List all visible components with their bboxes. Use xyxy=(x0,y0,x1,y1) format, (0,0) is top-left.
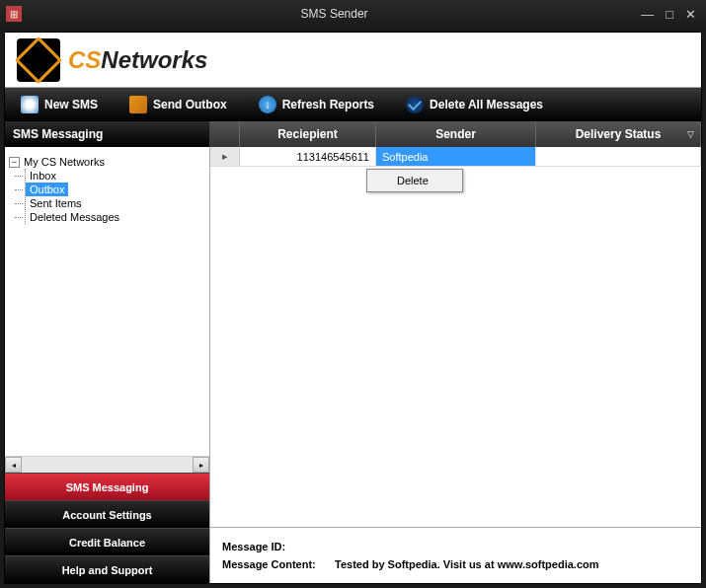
column-headers: SMS Messaging Reciepient Sender Delivery… xyxy=(5,121,701,147)
scroll-right-icon[interactable]: ▸ xyxy=(193,457,209,473)
tree-item-outbox[interactable]: Outbox xyxy=(26,183,68,196)
app-window: SMS Sender — □ ✕ CS Networks New SMS Sen… xyxy=(0,0,706,588)
maximize-button[interactable]: □ xyxy=(666,7,673,22)
nav-buttons: SMS Messaging Account Settings Credit Ba… xyxy=(5,473,209,583)
tree-item-sent[interactable]: Sent Items xyxy=(26,196,205,210)
context-menu: Delete xyxy=(366,169,463,192)
toolbar: New SMS Send Outbox Refresh Reports Dele… xyxy=(5,88,701,121)
nav-sms-messaging[interactable]: SMS Messaging xyxy=(5,473,209,500)
delivery-header[interactable]: Delivery Status ▽ xyxy=(536,121,701,147)
tree-item-inbox[interactable]: Inbox xyxy=(26,169,205,183)
main-panel: ▸ 113146545611 Softpedia Delete Message … xyxy=(210,147,701,583)
tree-item-deleted[interactable]: Deleted Messages xyxy=(26,210,205,224)
logo-bar: CS Networks xyxy=(5,33,701,88)
cell-recipient[interactable]: 113146545611 xyxy=(240,147,376,166)
tree-collapse-icon[interactable]: − xyxy=(9,157,20,168)
tree-root-label: My CS Networks xyxy=(24,156,105,168)
context-delete[interactable]: Delete xyxy=(369,172,460,189)
body-row: − My CS Networks Inbox Outbox Sent Items… xyxy=(5,147,701,583)
filter-arrow-icon[interactable]: ▽ xyxy=(687,129,694,139)
cell-sender[interactable]: Softpedia xyxy=(376,147,536,166)
delete-all-icon xyxy=(406,96,424,113)
app-icon xyxy=(6,6,22,22)
refresh-reports-button[interactable]: Refresh Reports xyxy=(243,88,390,121)
logo-text-networks: Networks xyxy=(101,46,207,74)
new-sms-icon xyxy=(21,96,39,113)
send-outbox-icon xyxy=(129,96,147,113)
logo-icon xyxy=(17,38,60,82)
send-outbox-label: Send Outbox xyxy=(153,98,227,111)
folder-tree: − My CS Networks Inbox Outbox Sent Items… xyxy=(5,147,209,456)
send-outbox-button[interactable]: Send Outbox xyxy=(114,88,243,121)
recipient-header[interactable]: Reciepient xyxy=(240,121,376,147)
delete-all-button[interactable]: Delete All Messages xyxy=(390,88,559,121)
sidebar: − My CS Networks Inbox Outbox Sent Items… xyxy=(5,147,210,583)
nav-help-support[interactable]: Help and Support xyxy=(5,555,209,583)
titlebar[interactable]: SMS Sender — □ ✕ xyxy=(0,0,706,28)
scroll-track[interactable] xyxy=(22,457,193,473)
sidebar-scrollbar[interactable]: ◂ ▸ xyxy=(5,456,209,473)
row-marker-header[interactable] xyxy=(210,121,240,147)
content-area: CS Networks New SMS Send Outbox Refresh … xyxy=(4,32,702,584)
new-sms-button[interactable]: New SMS xyxy=(5,88,114,121)
nav-account-settings[interactable]: Account Settings xyxy=(5,500,209,528)
details-panel: Message ID: Message Content: Tested by S… xyxy=(210,527,701,583)
message-grid: ▸ 113146545611 Softpedia Delete xyxy=(210,147,701,527)
minimize-button[interactable]: — xyxy=(641,7,654,22)
sidebar-header: SMS Messaging xyxy=(5,121,210,147)
delete-all-label: Delete All Messages xyxy=(430,98,543,111)
row-marker-icon: ▸ xyxy=(210,147,240,166)
sender-header[interactable]: Sender xyxy=(376,121,536,147)
window-title: SMS Sender xyxy=(28,7,641,21)
nav-credit-balance[interactable]: Credit Balance xyxy=(5,528,209,555)
message-content-label: Message Content: xyxy=(222,558,335,570)
delivery-header-label: Delivery Status xyxy=(576,127,662,141)
message-content-value: Tested by Softpedia. Visit us at www.sof… xyxy=(335,558,599,570)
refresh-reports-label: Refresh Reports xyxy=(282,98,374,111)
cell-delivery[interactable] xyxy=(536,147,701,166)
message-id-label: Message ID: xyxy=(222,541,335,552)
scroll-left-icon[interactable]: ◂ xyxy=(5,457,22,473)
tree-root[interactable]: − My CS Networks xyxy=(9,155,205,169)
table-row[interactable]: ▸ 113146545611 Softpedia xyxy=(210,147,701,167)
new-sms-label: New SMS xyxy=(44,98,98,111)
refresh-icon xyxy=(259,96,276,113)
logo-text-cs: CS xyxy=(68,46,101,74)
close-button[interactable]: ✕ xyxy=(685,7,696,22)
